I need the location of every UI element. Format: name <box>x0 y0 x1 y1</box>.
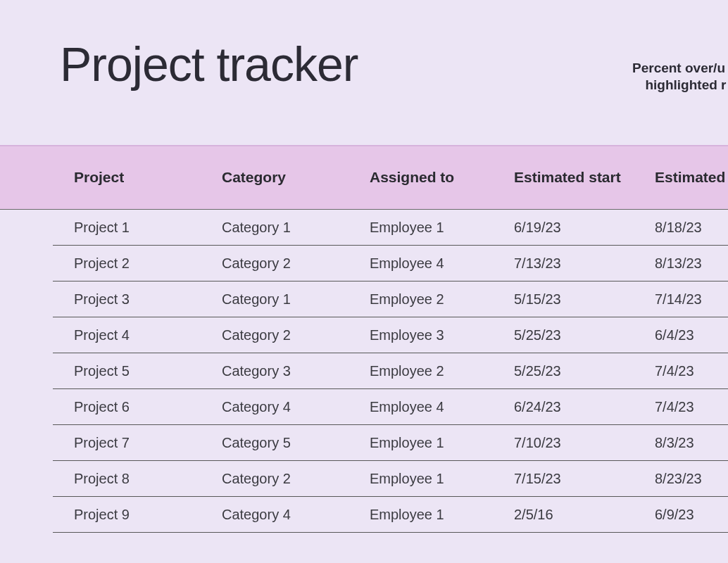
row-divider <box>53 245 728 246</box>
table-row: Project 9Category 4Employee 12/5/166/9/2… <box>0 497 728 533</box>
row-divider <box>53 424 728 425</box>
cell-estimated-start: 5/25/23 <box>514 327 655 343</box>
row-divider <box>53 496 728 497</box>
cell-category: Category 1 <box>222 220 370 236</box>
cell-estimated-end: 8/13/23 <box>655 255 728 272</box>
cell-project: Project 8 <box>74 471 222 487</box>
cell-estimated-start: 6/24/23 <box>514 399 655 415</box>
col-project: Project <box>74 169 222 186</box>
row-divider <box>53 388 728 389</box>
cell-assigned-to: Employee 1 <box>370 507 514 523</box>
cell-project: Project 9 <box>74 507 222 523</box>
cell-assigned-to: Employee 3 <box>370 327 514 343</box>
cell-assigned-to: Employee 2 <box>370 363 514 379</box>
cell-project: Project 7 <box>74 435 222 451</box>
table-row: Project 5Category 3Employee 25/25/237/4/… <box>0 353 728 389</box>
cell-category: Category 4 <box>222 507 370 523</box>
cell-estimated-end: 6/9/23 <box>655 507 728 523</box>
table-row: Project 4Category 2Employee 35/25/236/4/… <box>0 317 728 353</box>
row-divider <box>53 353 728 353</box>
cell-assigned-to: Employee 1 <box>370 435 514 451</box>
cell-project: Project 3 <box>74 291 222 308</box>
table-row: Project 3Category 1Employee 25/15/237/14… <box>0 282 728 317</box>
cell-category: Category 5 <box>222 435 370 451</box>
row-divider <box>53 281 728 282</box>
row-divider <box>53 532 728 533</box>
cell-category: Category 3 <box>222 363 370 379</box>
cell-estimated-end: 7/4/23 <box>655 363 728 379</box>
col-category: Category <box>222 169 370 186</box>
cell-estimated-end: 8/3/23 <box>655 435 728 451</box>
cell-assigned-to: Employee 1 <box>370 471 514 487</box>
cell-estimated-start: 7/10/23 <box>514 435 655 451</box>
cell-category: Category 2 <box>222 471 370 487</box>
cell-category: Category 2 <box>222 255 370 272</box>
cell-project: Project 1 <box>74 220 222 236</box>
table-header-row: Project Category Assigned to Estimated s… <box>0 145 728 210</box>
cell-estimated-start: 2/5/16 <box>514 507 655 523</box>
cell-assigned-to: Employee 4 <box>370 399 514 415</box>
cell-estimated-end: 6/4/23 <box>655 327 728 343</box>
table-row: Project 6Category 4Employee 46/24/237/4/… <box>0 389 728 425</box>
row-divider <box>53 317 728 317</box>
cell-estimated-start: 6/19/23 <box>514 220 655 236</box>
cell-category: Category 4 <box>222 399 370 415</box>
cell-estimated-end: 7/4/23 <box>655 399 728 415</box>
header-note-line1: Percent over/u <box>629 59 728 77</box>
cell-category: Category 1 <box>222 291 370 308</box>
cell-estimated-start: 5/25/23 <box>514 363 655 379</box>
table-row: Project 1Category 1Employee 16/19/238/18… <box>0 210 728 246</box>
col-assigned-to: Assigned to <box>370 169 514 186</box>
cell-project: Project 2 <box>74 255 222 272</box>
cell-estimated-end: 8/23/23 <box>655 471 728 487</box>
cell-estimated-end: 7/14/23 <box>655 291 728 308</box>
cell-estimated-end: 8/18/23 <box>655 220 728 236</box>
cell-project: Project 5 <box>74 363 222 379</box>
col-estimated-end: Estimated <box>655 169 728 186</box>
cell-project: Project 4 <box>74 327 222 343</box>
cell-assigned-to: Employee 2 <box>370 291 514 308</box>
table-body: Project 1Category 1Employee 16/19/238/18… <box>0 210 728 533</box>
col-estimated-start: Estimated start <box>514 169 655 186</box>
cell-estimated-start: 7/13/23 <box>514 255 655 272</box>
cell-assigned-to: Employee 4 <box>370 255 514 272</box>
table-row: Project 2Category 2Employee 47/13/238/13… <box>0 246 728 282</box>
cell-assigned-to: Employee 1 <box>370 220 514 236</box>
row-divider <box>53 460 728 461</box>
cell-estimated-start: 7/15/23 <box>514 471 655 487</box>
table-row: Project 8Category 2Employee 17/15/238/23… <box>0 461 728 497</box>
table-row: Project 7Category 5Employee 17/10/238/3/… <box>0 425 728 461</box>
cell-estimated-start: 5/15/23 <box>514 291 655 308</box>
cell-category: Category 2 <box>222 327 370 343</box>
cell-project: Project 6 <box>74 399 222 415</box>
header-note-line2: highlighted r <box>644 77 728 93</box>
page-title: Project tracker <box>60 37 358 91</box>
